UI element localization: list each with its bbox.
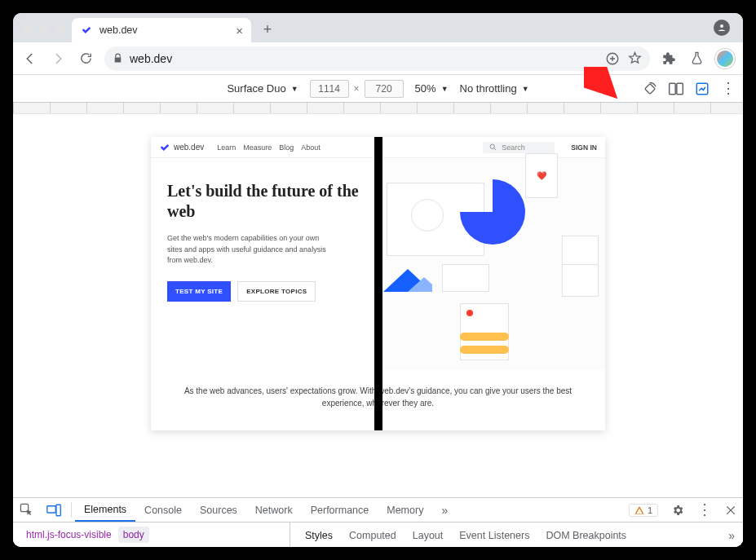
devtools-main-tabs: Elements Console Sources Network Perform… bbox=[13, 498, 743, 523]
site-nav: Learn Measure Blog About bbox=[217, 143, 321, 152]
rotate-icon[interactable] bbox=[642, 81, 658, 97]
site-logo[interactable]: web.dev bbox=[159, 142, 204, 153]
explore-topics-button[interactable]: EXPLORE TOPICS bbox=[237, 281, 316, 302]
site-brand: web.dev bbox=[174, 143, 204, 152]
svg-point-6 bbox=[490, 144, 494, 148]
svg-rect-3 bbox=[670, 83, 676, 94]
devtools-panel: Elements Console Sources Network Perform… bbox=[13, 497, 743, 547]
dropdown-icon: ▼ bbox=[522, 85, 529, 93]
sign-in-link[interactable]: SIGN IN bbox=[571, 143, 597, 152]
minimize-window-dot[interactable] bbox=[39, 24, 49, 34]
inspect-element-icon[interactable] bbox=[13, 498, 40, 522]
zoom-value: 50% bbox=[415, 82, 436, 95]
site-search[interactable]: Search bbox=[483, 142, 555, 153]
width-input[interactable] bbox=[310, 80, 349, 98]
tab-computed[interactable]: Computed bbox=[341, 523, 405, 547]
window-account-icon[interactable] bbox=[714, 20, 730, 36]
toggle-device-icon[interactable] bbox=[40, 498, 68, 522]
hero-copy: Get the web's modern capabilities on you… bbox=[167, 233, 330, 267]
tab-favicon bbox=[80, 24, 93, 37]
device-hinge bbox=[374, 137, 382, 430]
svg-rect-11 bbox=[56, 505, 60, 516]
dimension-times-icon: × bbox=[354, 83, 360, 95]
close-tab-icon[interactable]: × bbox=[236, 24, 243, 37]
svg-rect-4 bbox=[677, 83, 683, 94]
tab-title: web.dev bbox=[99, 24, 138, 36]
tab-network[interactable]: Network bbox=[246, 498, 302, 522]
hero-heading: Let's build the future of the web bbox=[167, 181, 362, 222]
tab-console[interactable]: Console bbox=[135, 498, 191, 522]
back-button[interactable] bbox=[21, 50, 39, 68]
address-toolbar: web.dev bbox=[13, 42, 743, 75]
test-site-button[interactable]: TEST MY SITE bbox=[167, 281, 231, 302]
more-options-icon[interactable]: ⋮ bbox=[720, 81, 736, 97]
dom-breadcrumbs: html.js-focus-visible body bbox=[13, 523, 290, 547]
lock-icon bbox=[113, 53, 123, 64]
tab-dom-breakpoints[interactable]: DOM Breakpoints bbox=[537, 523, 634, 547]
nav-measure[interactable]: Measure bbox=[243, 143, 272, 152]
height-input[interactable] bbox=[365, 80, 404, 98]
throttling-select[interactable]: No throttling ▼ bbox=[460, 82, 529, 95]
content-area: Surface Duo ▼ × 50% ▼ No throttling ▼ bbox=[13, 75, 743, 547]
throttling-value: No throttling bbox=[460, 82, 517, 95]
dropdown-icon: ▼ bbox=[291, 85, 298, 93]
zoom-select[interactable]: 50% ▼ bbox=[415, 82, 449, 95]
profile-avatar[interactable] bbox=[715, 49, 735, 68]
search-icon bbox=[489, 143, 497, 151]
device-toolbar: Surface Duo ▼ × 50% ▼ No throttling ▼ bbox=[13, 75, 743, 103]
window-controls bbox=[23, 24, 65, 34]
omnibox[interactable]: web.dev bbox=[104, 46, 650, 71]
tabs-overflow-icon[interactable]: » bbox=[432, 498, 457, 522]
tab-sources[interactable]: Sources bbox=[191, 498, 246, 522]
nav-about[interactable]: About bbox=[301, 143, 321, 152]
zoom-indicator-icon[interactable] bbox=[605, 51, 620, 66]
forward-button[interactable] bbox=[49, 50, 67, 68]
emulated-viewport: web.dev Learn Measure Blog About bbox=[13, 114, 743, 547]
styles-tab-bar: Styles Computed Layout Event Listeners D… bbox=[290, 523, 743, 547]
issues-count: 1 bbox=[648, 505, 652, 515]
svg-rect-10 bbox=[47, 505, 56, 512]
dimension-controls: × bbox=[310, 80, 404, 98]
styles-overflow-icon[interactable]: » bbox=[720, 523, 743, 547]
experiments-icon[interactable] bbox=[687, 50, 705, 68]
settings-gear-icon[interactable] bbox=[665, 498, 691, 522]
browser-window: web.dev × + web.dev bbox=[13, 13, 743, 547]
hero-illustration: ❤️ bbox=[378, 158, 606, 370]
close-devtools-icon[interactable] bbox=[718, 498, 743, 522]
devtools-subpanel: html.js-focus-visible body Styles Comput… bbox=[13, 523, 743, 547]
url-text: web.dev bbox=[130, 52, 172, 65]
issues-chip[interactable]: 1 bbox=[622, 498, 665, 522]
dual-screen-icon[interactable] bbox=[668, 81, 684, 97]
svg-point-0 bbox=[720, 24, 723, 28]
tab-memory[interactable]: Memory bbox=[378, 498, 432, 522]
plus-icon: + bbox=[263, 21, 272, 38]
close-window-dot[interactable] bbox=[23, 24, 33, 34]
emulated-page[interactable]: web.dev Learn Measure Blog About bbox=[151, 137, 605, 430]
tab-layout[interactable]: Layout bbox=[405, 523, 452, 547]
reload-button[interactable] bbox=[77, 50, 95, 68]
nav-learn[interactable]: Learn bbox=[217, 143, 236, 152]
new-tab-button[interactable]: + bbox=[256, 18, 279, 41]
crumb-body[interactable]: body bbox=[118, 527, 149, 543]
svg-rect-2 bbox=[645, 83, 656, 94]
extensions-icon[interactable] bbox=[660, 50, 678, 68]
maximize-window-dot[interactable] bbox=[55, 24, 65, 34]
device-select[interactable]: Surface Duo ▼ bbox=[227, 82, 298, 95]
search-placeholder: Search bbox=[502, 143, 525, 152]
device-name: Surface Duo bbox=[227, 82, 285, 95]
tab-event-listeners[interactable]: Event Listeners bbox=[451, 523, 537, 547]
tab-elements[interactable]: Elements bbox=[75, 498, 135, 522]
crumb-html[interactable]: html.js-focus-visible bbox=[21, 527, 117, 543]
device-posture-icon[interactable] bbox=[694, 81, 710, 97]
bookmark-star-icon[interactable] bbox=[628, 51, 642, 65]
ruler bbox=[13, 103, 743, 114]
dropdown-icon: ▼ bbox=[441, 85, 449, 93]
nav-blog[interactable]: Blog bbox=[279, 143, 294, 152]
tab-strip: web.dev × + bbox=[13, 13, 743, 42]
browser-tab[interactable]: web.dev × bbox=[72, 18, 251, 42]
devtools-menu-icon[interactable]: ⋮ bbox=[691, 498, 718, 522]
tab-styles[interactable]: Styles bbox=[297, 523, 341, 547]
tab-performance[interactable]: Performance bbox=[302, 498, 378, 522]
